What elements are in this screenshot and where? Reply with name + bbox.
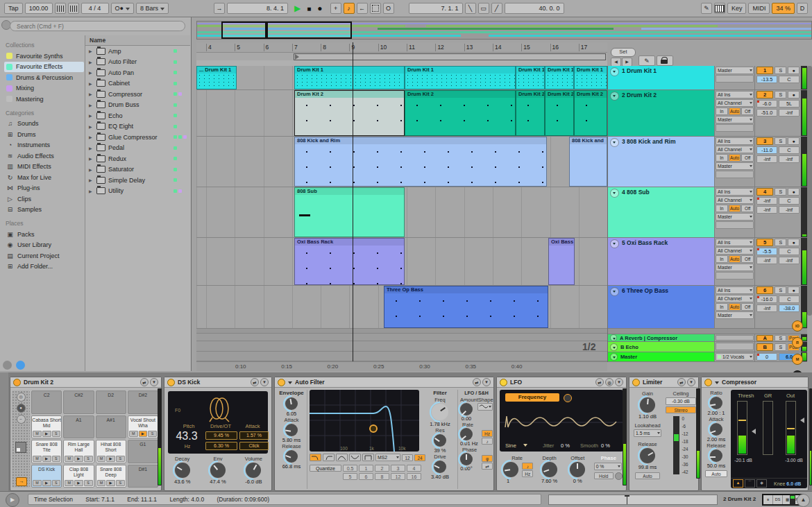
drum-pad[interactable]: DS Kick M ▶ S — [31, 465, 62, 488]
pan-field[interactable]: C — [779, 76, 800, 83]
monitor-auto-button[interactable]: Auto — [729, 205, 741, 212]
jitter-value[interactable]: 0 % — [561, 442, 570, 449]
pan-field[interactable]: C — [779, 146, 800, 154]
pad-mute-button[interactable]: M — [97, 456, 106, 462]
pad-mute-button[interactable]: M — [65, 456, 74, 462]
monitor-off-button[interactable]: Off — [741, 255, 754, 263]
expand-triangle-icon[interactable]: ▶ — [89, 60, 94, 65]
pitch-value[interactable]: 43.3 — [169, 430, 204, 442]
collection-item[interactable]: Favourite Synths — [4, 51, 84, 62]
phase-mode-toggle[interactable]: φ — [482, 455, 493, 462]
release-knob[interactable] — [285, 450, 298, 463]
drum-pad[interactable]: Snare 808 Deep M ▶ S — [96, 465, 126, 488]
lfo-shape-select[interactable] — [477, 403, 493, 411]
quantize-value-button[interactable]: 2 — [375, 465, 389, 472]
clip[interactable]: Drum Kit 1 — [516, 66, 545, 89]
pad-preview-button[interactable]: ▶ — [74, 480, 83, 486]
attack-knob[interactable] — [285, 424, 298, 436]
time-ruler[interactable]: 0:100:150:200:250:300:350:40 — [196, 361, 607, 371]
pad-solo-button[interactable]: S — [84, 456, 93, 462]
record-button[interactable]: ● — [317, 3, 322, 13]
solo-button[interactable]: S — [775, 91, 786, 98]
peak-level-right[interactable]: -inf — [779, 155, 800, 163]
pad-preview-button[interactable]: ▶ — [106, 456, 115, 462]
expand-triangle-icon[interactable]: ▶ — [89, 156, 94, 161]
drum-pad[interactable]: Snare 808 Tite M ▶ S — [31, 440, 62, 463]
pan-field[interactable]: C — [779, 197, 800, 205]
input-channel-select[interactable]: All Channel — [716, 196, 754, 204]
expand-triangle-icon[interactable]: ▶ — [89, 92, 94, 96]
drum-pad[interactable]: Clap 808 Light M ▶ S — [63, 465, 94, 488]
name-column-header[interactable]: Name — [85, 35, 190, 46]
hot-swap-icon[interactable]: ⇄ — [473, 378, 481, 386]
search-input[interactable]: Search (Cmd + F) — [10, 21, 185, 31]
clip-selected[interactable]: Drum Kit 2 — [294, 90, 405, 136]
device-activator[interactable] — [500, 379, 507, 386]
arm-button[interactable]: ● — [788, 286, 800, 294]
quantize-value-button[interactable]: 4 — [407, 465, 421, 472]
clip[interactable]: ... Drum Kit 1 — [196, 66, 237, 89]
monitor-off-button[interactable]: Off — [741, 303, 754, 311]
arm-button[interactable]: ● — [788, 67, 800, 74]
clip[interactable]: Oxi Bass Rack — [294, 238, 405, 285]
browser-device-row[interactable]: ▶ Glue Compressor — [85, 132, 190, 143]
key-map-button[interactable]: Key — [727, 3, 747, 14]
peak-level-right[interactable]: -inf — [779, 206, 800, 214]
volume-field[interactable]: -5.5 — [756, 248, 777, 255]
lock-envelopes-button[interactable] — [657, 55, 673, 66]
input-routing-select[interactable]: All Ins — [716, 239, 754, 246]
input-channel-select[interactable]: All Channel — [716, 295, 754, 302]
knee-value[interactable]: 6.0 dB — [786, 481, 801, 486]
volume-field[interactable]: -inf — [756, 197, 777, 205]
input-routing-select[interactable]: All Ins — [716, 137, 754, 145]
loop-start-field[interactable]: 7. 1. 1 — [409, 3, 463, 14]
pad-mute-button[interactable]: M — [33, 431, 42, 437]
peak-level-left[interactable]: -inf — [756, 304, 777, 312]
monitor-in-button[interactable]: In — [716, 154, 728, 162]
expand-triangle-icon[interactable]: ▶ — [89, 103, 94, 108]
browser-device-row[interactable]: ▶ Cabinet — [85, 78, 190, 89]
bandpass-button[interactable] — [336, 454, 348, 461]
loop-strip[interactable] — [196, 53, 607, 60]
pan-field[interactable]: 5L — [779, 100, 800, 108]
monitor-off-button[interactable]: Off — [741, 108, 754, 115]
draw-grid-button[interactable] — [370, 3, 381, 14]
fold-button[interactable] — [610, 67, 619, 76]
release-knob[interactable] — [710, 449, 722, 462]
quantize-value-button[interactable]: 16 — [407, 473, 421, 480]
browser-device-row[interactable]: ▶ EQ Eight — [85, 121, 190, 132]
monitor-off-button[interactable]: Off — [741, 154, 754, 162]
device-title-bar[interactable]: Limiter ⇄▼ — [629, 377, 698, 388]
monitor-auto-button[interactable]: Auto — [729, 108, 741, 115]
track-number-button[interactable]: 1 — [756, 67, 773, 74]
browser-toggle-icon[interactable] — [3, 361, 12, 370]
pad-preview-button[interactable]: ▶ — [74, 456, 83, 462]
solo-button[interactable]: S — [775, 239, 786, 246]
out-value[interactable]: -3.00 dB — [782, 458, 806, 463]
expand-triangle-icon[interactable]: ▶ — [89, 49, 94, 53]
wave-dropdown-icon[interactable] — [523, 444, 527, 449]
fold-button[interactable] — [610, 287, 619, 296]
output-routing-select[interactable]: Master — [716, 67, 754, 74]
drum-pad[interactable]: D#2 — [128, 390, 158, 414]
slope-12-button[interactable]: 12 — [402, 454, 413, 461]
set-loop-button[interactable]: Set — [611, 48, 636, 57]
device-activator[interactable] — [167, 379, 175, 386]
input-routing-select[interactable]: All Ins — [716, 286, 754, 294]
drum-pad[interactable]: G1 — [128, 440, 158, 463]
env-knob[interactable] — [210, 463, 226, 478]
thresh-meter[interactable] — [737, 401, 747, 455]
activity-view-button[interactable]: ▲ — [733, 479, 743, 488]
solo-button[interactable]: S — [775, 343, 786, 351]
auto-release-button[interactable]: Auto — [635, 472, 660, 479]
loop-length-field[interactable]: 40. 0. 0 — [505, 3, 564, 14]
clip[interactable]: 808 Kick and Rim — [294, 137, 547, 187]
track-lane-808-kick-and-rim[interactable]: 808 Kick and Rim 808 Kick and — [196, 137, 607, 187]
clip[interactable]: Drum Kit 1 — [405, 66, 516, 89]
clip[interactable]: Drum Kit 1 — [545, 66, 574, 89]
return-a-lane[interactable] — [196, 334, 607, 341]
expand-triangle-icon[interactable]: ▶ — [89, 135, 94, 139]
collection-item[interactable]: Mastering — [4, 94, 84, 105]
smooth-value[interactable]: 0 % — [601, 442, 610, 449]
fold-button[interactable] — [610, 343, 618, 351]
